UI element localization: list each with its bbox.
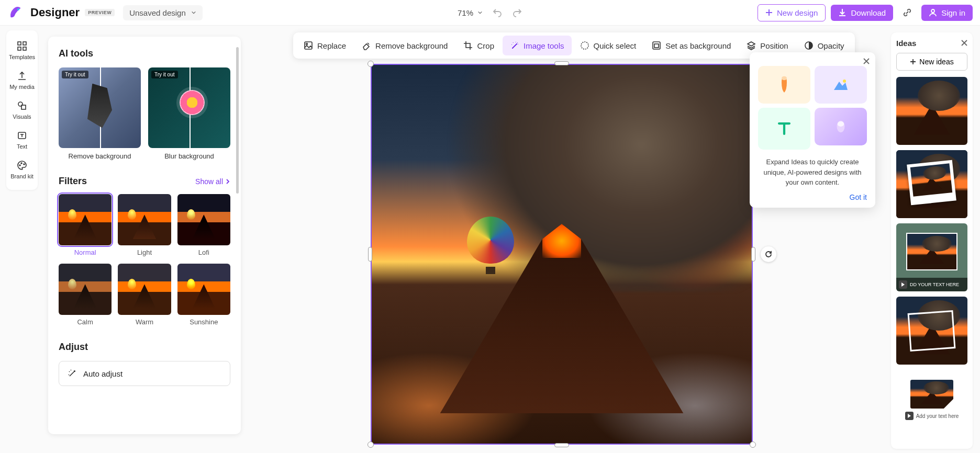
filter-normal[interactable]: Normal (59, 194, 112, 256)
redo-button[interactable] (512, 7, 522, 18)
rotate-icon (764, 250, 773, 258)
selected-image[interactable] (371, 64, 753, 445)
link-button[interactable] (898, 4, 916, 21)
idea-thumb-1[interactable] (896, 77, 967, 145)
download-button[interactable]: Download (831, 5, 893, 21)
filter-lofi[interactable]: Lofi (177, 194, 230, 256)
rail-visuals[interactable]: Visuals (6, 95, 38, 125)
blur-bg-label: Blur background (148, 152, 230, 160)
popover-tile-image (815, 66, 867, 104)
svg-point-19 (838, 121, 844, 127)
remove-bg-label: Remove background (59, 152, 141, 160)
svg-rect-12 (305, 42, 312, 49)
replace-button[interactable]: Replace (296, 36, 353, 55)
filter-label: Warm (118, 318, 171, 326)
crop-button[interactable]: Crop (456, 36, 502, 55)
auto-adjust-label: Auto adjust (83, 369, 122, 378)
ab-label: Replace (317, 41, 346, 50)
show-all-filters[interactable]: Show all (195, 177, 230, 186)
popover-body: Expand Ideas to quickly create unique, A… (758, 157, 867, 188)
rail-visuals-label: Visuals (13, 114, 31, 120)
idea-thumb-2[interactable] (896, 150, 967, 218)
filters-grid: Normal Light Lofi Calm Warm Sunshine (59, 194, 230, 326)
image-tools-button[interactable]: Image tools (503, 36, 572, 55)
popover-tile-text (758, 108, 810, 150)
ideas-popover: Expand Ideas to quickly create unique, A… (750, 52, 875, 208)
filter-calm[interactable]: Calm (59, 264, 112, 326)
filter-warm[interactable]: Warm (118, 264, 171, 326)
svg-point-20 (782, 76, 787, 81)
rail-templates-label: Templates (9, 54, 35, 60)
resize-handle-ml[interactable] (368, 247, 372, 262)
idea-thumb-4[interactable] (896, 297, 967, 365)
popover-close[interactable] (863, 58, 870, 67)
filter-sunshine[interactable]: Sunshine (177, 264, 230, 326)
idea-thumb-3[interactable]: DD YOUR TEXT HERE (896, 223, 967, 291)
remove-bg-thumb: Try it out (59, 67, 141, 148)
filter-thumb (59, 194, 112, 245)
idea-thumb-5[interactable]: Add your text here (896, 370, 967, 430)
ab-label: Crop (477, 41, 494, 50)
new-design-button[interactable]: New design (758, 4, 826, 21)
close-icon (863, 58, 870, 65)
filter-thumb (177, 194, 230, 245)
ideas-close[interactable] (961, 39, 967, 48)
svg-point-1 (931, 9, 934, 13)
svg-point-10 (21, 163, 22, 164)
layers-icon (747, 41, 756, 50)
sign-in-label: Sign in (941, 8, 965, 17)
topbar-center: 71% (458, 7, 522, 18)
svg-rect-15 (653, 42, 660, 49)
filters-heading: Filters (59, 176, 87, 187)
ab-label: Set as background (665, 41, 731, 50)
background-icon (652, 41, 661, 50)
quick-select-button[interactable]: Quick select (573, 36, 644, 55)
filter-label: Sunshine (177, 318, 230, 326)
canvas-selection[interactable] (371, 64, 753, 445)
try-badge: Try it out (151, 71, 178, 78)
auto-adjust-button[interactable]: Auto adjust (59, 361, 230, 386)
svg-rect-4 (18, 47, 21, 50)
rail-templates[interactable]: Templates (6, 36, 38, 65)
shapes-icon (17, 100, 27, 111)
ab-label: Image tools (524, 41, 564, 50)
select-icon (580, 41, 589, 50)
try-badge: Try it out (62, 71, 88, 78)
grid-icon (17, 41, 27, 51)
ab-label: Quick select (594, 41, 637, 50)
document-name: Unsaved design (129, 8, 186, 17)
svg-point-9 (19, 165, 20, 166)
app-logo[interactable] (7, 5, 23, 20)
zoom-dropdown[interactable]: 71% (458, 8, 483, 17)
blur-background-card[interactable]: Try it out Blur background (148, 67, 230, 160)
rail-brand-kit-label: Brand kit (10, 173, 33, 179)
ab-label: Remove background (375, 41, 448, 50)
resize-handle-mr[interactable] (751, 247, 755, 262)
resize-handle-bl[interactable] (368, 441, 374, 448)
filter-label: Lofi (177, 248, 230, 256)
topbar-right: New design Download Sign in (758, 4, 973, 21)
resize-handle-tl[interactable] (368, 61, 374, 67)
filter-light[interactable]: Light (118, 194, 171, 256)
resize-handle-br[interactable] (750, 441, 756, 448)
remove-background-card[interactable]: Try it out Remove background (59, 67, 141, 160)
rotate-handle[interactable] (761, 246, 776, 262)
undo-button[interactable] (492, 7, 503, 18)
adjust-heading: Adjust (59, 342, 230, 353)
remove-background-button[interactable]: Remove background (354, 36, 455, 55)
document-dropdown[interactable]: Unsaved design (123, 5, 203, 20)
blur-bg-thumb: Try it out (148, 67, 230, 148)
new-ideas-button[interactable]: New ideas (896, 53, 967, 71)
resize-handle-tc[interactable] (554, 61, 569, 65)
popover-tile-shape (815, 108, 867, 145)
rail-brand-kit[interactable]: Brand kit (6, 155, 38, 185)
resize-handle-bc[interactable] (554, 443, 569, 447)
rail-my-media[interactable]: My media (6, 65, 38, 95)
got-it-button[interactable]: Got it (758, 193, 867, 201)
rail-my-media-label: My media (9, 84, 35, 90)
set-background-button[interactable]: Set as background (644, 36, 738, 55)
rail-text[interactable]: Text (6, 125, 38, 155)
sign-in-button[interactable]: Sign in (921, 5, 973, 21)
filter-thumb (118, 264, 171, 315)
left-rail: Templates My media Visuals Text Brand ki… (6, 30, 38, 190)
